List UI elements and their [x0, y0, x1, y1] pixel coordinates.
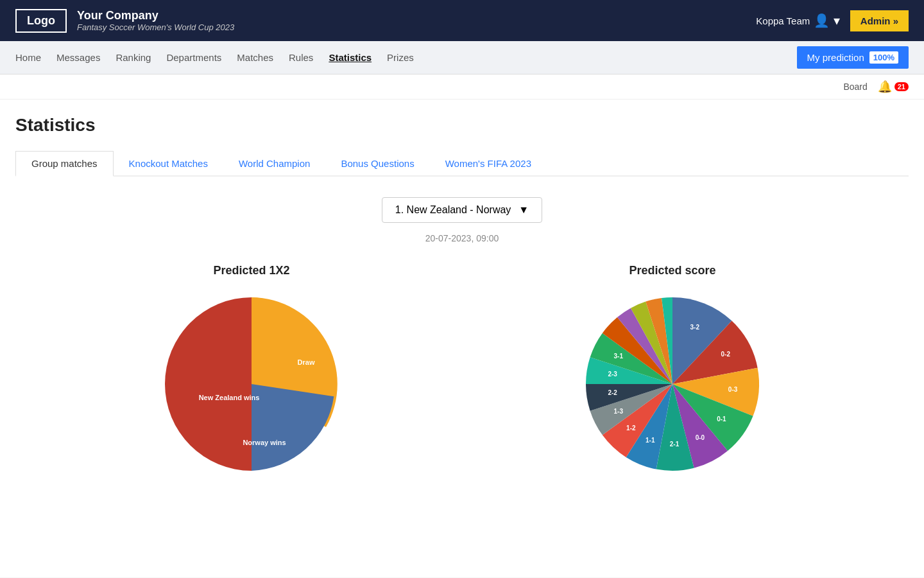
board-link[interactable]: Board	[843, 82, 867, 92]
chart-predicted-score: Predicted score 3-20-20-30-10-02-11-11-2…	[483, 264, 862, 480]
admin-button[interactable]: Admin »	[850, 10, 909, 31]
tab-knockout-matches[interactable]: Knockout Matches	[114, 151, 223, 175]
norway-wins-label: Norway wins	[243, 439, 286, 446]
svg-text:2-3: 2-3	[608, 371, 617, 378]
main-content: Statistics Group matches Knockout Matche…	[0, 100, 924, 577]
my-prediction-label: My prediction	[807, 52, 864, 63]
svg-text:1-1: 1-1	[646, 437, 655, 444]
svg-text:1-3: 1-3	[614, 408, 624, 415]
prediction-badge: 100%	[869, 51, 898, 64]
user-icon[interactable]: 👤 ▾	[814, 13, 840, 28]
svg-text:2-2: 2-2	[608, 389, 617, 396]
nav-rules[interactable]: Rules	[289, 49, 313, 66]
nav-home[interactable]: Home	[15, 49, 41, 66]
tab-bonus-questions[interactable]: Bonus Questions	[325, 151, 429, 175]
logo: Logo	[15, 9, 67, 33]
company-info: Your Company Fantasy Soccer Women's Worl…	[77, 9, 234, 32]
company-name: Your Company	[77, 9, 234, 22]
notification-badge: 21	[894, 82, 909, 91]
nav-messages[interactable]: Messages	[56, 49, 100, 66]
svg-text:2-1: 2-1	[670, 441, 680, 448]
user-name: Koppa Team	[756, 15, 810, 26]
nav-prizes[interactable]: Prizes	[387, 49, 414, 66]
match-date: 20-07-2023, 09:00	[15, 233, 909, 243]
header: Logo Your Company Fantasy Soccer Women's…	[0, 0, 924, 41]
secondary-nav: Board 🔔 21	[0, 74, 924, 100]
bell-icon: 🔔	[878, 80, 892, 94]
svg-text:0-1: 0-1	[717, 416, 726, 423]
nav-departments[interactable]: Departments	[166, 49, 221, 66]
svg-text:3-2: 3-2	[690, 324, 700, 331]
draw-label: Draw	[298, 358, 315, 366]
svg-text:0-0: 0-0	[696, 434, 705, 441]
header-left: Logo Your Company Fantasy Soccer Women's…	[15, 9, 234, 33]
nav-statistics[interactable]: Statistics	[329, 49, 372, 66]
chart-predicted-1x2: Predicted 1X2	[62, 264, 441, 480]
svg-text:3-1: 3-1	[614, 353, 624, 360]
match-dropdown[interactable]: 1. New Zealand - Norway ▼	[382, 197, 542, 223]
chart1-pie: New Zealand wins Draw Norway wins	[155, 288, 348, 480]
tab-world-champion[interactable]: World Champion	[223, 151, 325, 175]
chart1-title: Predicted 1X2	[213, 264, 289, 277]
my-prediction-button[interactable]: My prediction 100%	[797, 46, 909, 69]
nav-ranking[interactable]: Ranking	[116, 49, 151, 66]
nz-wins-label: New Zealand wins	[199, 394, 260, 401]
nav: Home Messages Ranking Departments Matche…	[0, 41, 924, 74]
tabs: Group matches Knockout Matches World Cha…	[15, 151, 909, 177]
tab-womens-fifa[interactable]: Women's FIFA 2023	[430, 151, 547, 175]
svg-text:1-2: 1-2	[626, 425, 636, 432]
user-info: Koppa Team 👤 ▾	[756, 13, 840, 28]
dropdown-icon: ▼	[518, 204, 529, 216]
nav-matches[interactable]: Matches	[237, 49, 273, 66]
charts-area: Predicted 1X2	[15, 264, 909, 480]
chart2-title: Predicted score	[629, 264, 715, 277]
nav-links: Home Messages Ranking Departments Matche…	[15, 49, 414, 66]
tab-group-matches[interactable]: Group matches	[15, 151, 114, 177]
svg-text:0-3: 0-3	[728, 386, 738, 393]
match-selector-area: 1. New Zealand - Norway ▼	[15, 197, 909, 223]
svg-text:0-2: 0-2	[721, 351, 731, 358]
chart2-pie: 3-20-20-30-10-02-11-11-21-32-22-33-1	[576, 288, 769, 480]
header-right: Koppa Team 👤 ▾ Admin »	[756, 10, 909, 31]
page-title: Statistics	[15, 115, 909, 136]
bell-area[interactable]: 🔔 21	[878, 80, 909, 94]
company-subtitle: Fantasy Soccer Women's World Cup 2023	[77, 22, 234, 32]
match-label: 1. New Zealand - Norway	[395, 204, 511, 216]
